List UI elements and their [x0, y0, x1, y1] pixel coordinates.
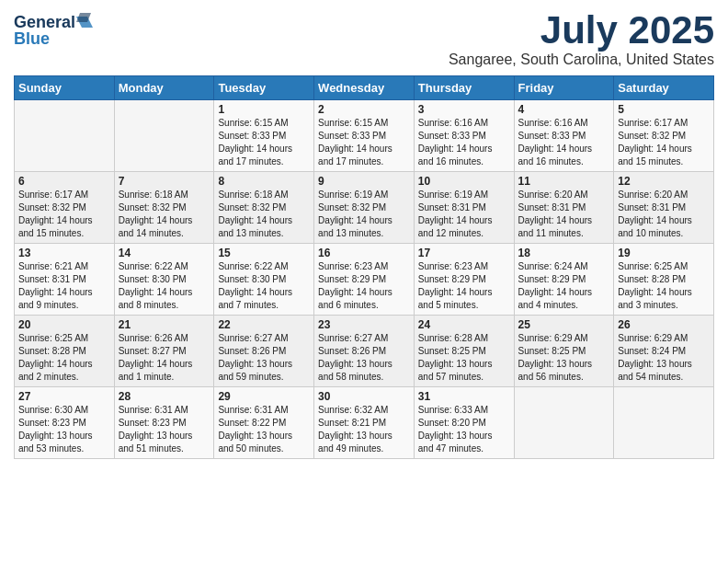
- day-info: Sunrise: 6:23 AM Sunset: 8:29 PM Dayligh…: [318, 260, 410, 312]
- calendar-cell: [114, 100, 214, 172]
- calendar-week-3: 13Sunrise: 6:21 AM Sunset: 8:31 PM Dayli…: [15, 244, 714, 316]
- day-info: Sunrise: 6:24 AM Sunset: 8:29 PM Dayligh…: [518, 260, 610, 312]
- calendar-cell: 25Sunrise: 6:29 AM Sunset: 8:25 PM Dayli…: [514, 316, 614, 387]
- day-info: Sunrise: 6:26 AM Sunset: 8:27 PM Dayligh…: [119, 332, 210, 384]
- day-number: 8: [218, 175, 310, 188]
- day-info: Sunrise: 6:27 AM Sunset: 8:26 PM Dayligh…: [218, 332, 310, 384]
- day-info: Sunrise: 6:19 AM Sunset: 8:31 PM Dayligh…: [418, 189, 510, 240]
- day-info: Sunrise: 6:17 AM Sunset: 8:32 PM Dayligh…: [18, 189, 110, 240]
- subtitle: Sangaree, South Carolina, United States: [449, 52, 714, 68]
- day-number: 30: [318, 390, 410, 403]
- calendar-cell: 14Sunrise: 6:22 AM Sunset: 8:30 PM Dayli…: [114, 244, 214, 316]
- day-number: 6: [18, 175, 110, 188]
- calendar-cell: [514, 387, 614, 459]
- day-number: 9: [318, 175, 410, 188]
- calendar-cell: 18Sunrise: 6:24 AM Sunset: 8:29 PM Dayli…: [514, 244, 614, 316]
- calendar-cell: 17Sunrise: 6:23 AM Sunset: 8:29 PM Dayli…: [414, 244, 514, 316]
- day-info: Sunrise: 6:32 AM Sunset: 8:21 PM Dayligh…: [318, 404, 410, 455]
- calendar-week-5: 27Sunrise: 6:30 AM Sunset: 8:23 PM Dayli…: [15, 387, 714, 459]
- calendar-cell: 4Sunrise: 6:16 AM Sunset: 8:33 PM Daylig…: [514, 100, 614, 172]
- calendar-cell: 3Sunrise: 6:16 AM Sunset: 8:33 PM Daylig…: [414, 100, 514, 172]
- day-number: 2: [318, 103, 410, 116]
- svg-text:General: General: [14, 13, 75, 31]
- calendar-week-1: 1Sunrise: 6:15 AM Sunset: 8:33 PM Daylig…: [15, 100, 714, 172]
- calendar-cell: 10Sunrise: 6:19 AM Sunset: 8:31 PM Dayli…: [414, 172, 514, 244]
- day-info: Sunrise: 6:27 AM Sunset: 8:26 PM Dayligh…: [318, 332, 410, 384]
- calendar-cell: [614, 387, 714, 459]
- day-info: Sunrise: 6:20 AM Sunset: 8:31 PM Dayligh…: [618, 189, 710, 240]
- day-info: Sunrise: 6:16 AM Sunset: 8:33 PM Dayligh…: [518, 117, 610, 168]
- calendar-cell: 23Sunrise: 6:27 AM Sunset: 8:26 PM Dayli…: [314, 316, 415, 387]
- logo: General Blue: [14, 9, 97, 50]
- day-number: 4: [518, 103, 610, 116]
- calendar-cell: 27Sunrise: 6:30 AM Sunset: 8:23 PM Dayli…: [15, 387, 115, 459]
- day-number: 17: [418, 247, 510, 259]
- calendar-cell: 9Sunrise: 6:19 AM Sunset: 8:32 PM Daylig…: [314, 172, 415, 244]
- day-info: Sunrise: 6:28 AM Sunset: 8:25 PM Dayligh…: [418, 332, 510, 384]
- day-number: 14: [119, 247, 210, 259]
- day-info: Sunrise: 6:15 AM Sunset: 8:33 PM Dayligh…: [218, 117, 310, 168]
- day-number: 5: [618, 103, 710, 116]
- day-info: Sunrise: 6:21 AM Sunset: 8:31 PM Dayligh…: [18, 260, 110, 312]
- day-info: Sunrise: 6:23 AM Sunset: 8:29 PM Dayligh…: [418, 260, 510, 312]
- calendar-cell: 15Sunrise: 6:22 AM Sunset: 8:30 PM Dayli…: [214, 244, 314, 316]
- day-number: 11: [518, 175, 610, 188]
- calendar-cell: 19Sunrise: 6:25 AM Sunset: 8:28 PM Dayli…: [614, 244, 714, 316]
- svg-text:Blue: Blue: [14, 29, 50, 48]
- day-number: 1: [218, 103, 310, 116]
- day-number: 31: [418, 390, 510, 403]
- calendar-cell: 7Sunrise: 6:18 AM Sunset: 8:32 PM Daylig…: [114, 172, 214, 244]
- day-number: 24: [418, 318, 510, 331]
- calendar-cell: 8Sunrise: 6:18 AM Sunset: 8:32 PM Daylig…: [214, 172, 314, 244]
- day-number: 13: [18, 247, 110, 259]
- calendar-header-wednesday: Wednesday: [314, 76, 415, 100]
- day-number: 25: [518, 318, 610, 331]
- day-number: 15: [218, 247, 310, 259]
- calendar-cell: 22Sunrise: 6:27 AM Sunset: 8:26 PM Dayli…: [214, 316, 314, 387]
- day-info: Sunrise: 6:29 AM Sunset: 8:25 PM Dayligh…: [518, 332, 610, 384]
- calendar-header-tuesday: Tuesday: [214, 76, 314, 100]
- calendar-table: SundayMondayTuesdayWednesdayThursdayFrid…: [14, 75, 714, 459]
- calendar-cell: 29Sunrise: 6:31 AM Sunset: 8:22 PM Dayli…: [214, 387, 314, 459]
- day-info: Sunrise: 6:25 AM Sunset: 8:28 PM Dayligh…: [618, 260, 710, 312]
- header: General Blue July 2025 Sangaree, South C…: [14, 9, 714, 68]
- calendar-header-row: SundayMondayTuesdayWednesdayThursdayFrid…: [15, 76, 714, 100]
- day-number: 27: [18, 390, 110, 403]
- calendar-cell: 2Sunrise: 6:15 AM Sunset: 8:33 PM Daylig…: [314, 100, 415, 172]
- day-info: Sunrise: 6:31 AM Sunset: 8:22 PM Dayligh…: [218, 404, 310, 455]
- day-info: Sunrise: 6:18 AM Sunset: 8:32 PM Dayligh…: [218, 189, 310, 240]
- calendar-cell: 11Sunrise: 6:20 AM Sunset: 8:31 PM Dayli…: [514, 172, 614, 244]
- day-number: 29: [218, 390, 310, 403]
- calendar-header-saturday: Saturday: [614, 76, 714, 100]
- calendar-header-sunday: Sunday: [15, 76, 115, 100]
- calendar-cell: 20Sunrise: 6:25 AM Sunset: 8:28 PM Dayli…: [15, 316, 115, 387]
- calendar-cell: 31Sunrise: 6:33 AM Sunset: 8:20 PM Dayli…: [414, 387, 514, 459]
- day-info: Sunrise: 6:16 AM Sunset: 8:33 PM Dayligh…: [418, 117, 510, 168]
- day-info: Sunrise: 6:25 AM Sunset: 8:28 PM Dayligh…: [18, 332, 110, 384]
- calendar-header-monday: Monday: [114, 76, 214, 100]
- day-number: 20: [18, 318, 110, 331]
- day-info: Sunrise: 6:20 AM Sunset: 8:31 PM Dayligh…: [518, 189, 610, 240]
- calendar-cell: 26Sunrise: 6:29 AM Sunset: 8:24 PM Dayli…: [614, 316, 714, 387]
- title-block: July 2025 Sangaree, South Carolina, Unit…: [449, 9, 714, 68]
- page: General Blue July 2025 Sangaree, South C…: [0, 0, 728, 563]
- calendar-cell: 28Sunrise: 6:31 AM Sunset: 8:23 PM Dayli…: [114, 387, 214, 459]
- month-title: July 2025: [449, 9, 714, 52]
- day-number: 18: [518, 247, 610, 259]
- day-number: 19: [618, 247, 710, 259]
- day-info: Sunrise: 6:18 AM Sunset: 8:32 PM Dayligh…: [119, 189, 210, 240]
- day-info: Sunrise: 6:17 AM Sunset: 8:32 PM Dayligh…: [618, 117, 710, 168]
- day-info: Sunrise: 6:30 AM Sunset: 8:23 PM Dayligh…: [18, 404, 110, 455]
- day-number: 3: [418, 103, 510, 116]
- calendar-cell: 1Sunrise: 6:15 AM Sunset: 8:33 PM Daylig…: [214, 100, 314, 172]
- calendar-cell: 5Sunrise: 6:17 AM Sunset: 8:32 PM Daylig…: [614, 100, 714, 172]
- day-info: Sunrise: 6:33 AM Sunset: 8:20 PM Dayligh…: [418, 404, 510, 455]
- logo-svg: General Blue: [14, 9, 97, 50]
- day-info: Sunrise: 6:31 AM Sunset: 8:23 PM Dayligh…: [119, 404, 210, 455]
- calendar-cell: 12Sunrise: 6:20 AM Sunset: 8:31 PM Dayli…: [614, 172, 714, 244]
- day-number: 26: [618, 318, 710, 331]
- day-info: Sunrise: 6:29 AM Sunset: 8:24 PM Dayligh…: [618, 332, 710, 384]
- calendar-cell: 16Sunrise: 6:23 AM Sunset: 8:29 PM Dayli…: [314, 244, 415, 316]
- calendar-cell: 6Sunrise: 6:17 AM Sunset: 8:32 PM Daylig…: [15, 172, 115, 244]
- calendar-cell: 30Sunrise: 6:32 AM Sunset: 8:21 PM Dayli…: [314, 387, 415, 459]
